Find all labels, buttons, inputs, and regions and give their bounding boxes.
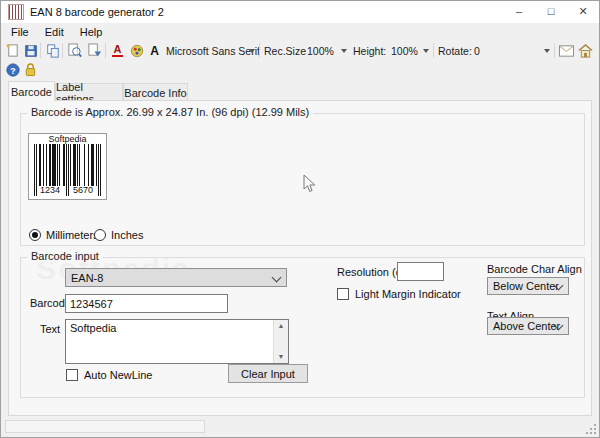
- minimize-button[interactable]: –: [503, 0, 535, 22]
- tab-barcode-info[interactable]: Barcode Info: [123, 83, 188, 101]
- svg-text:?: ?: [10, 65, 15, 75]
- toolbar-separator: [62, 43, 63, 58]
- light-margin-checkbox[interactable]: [337, 288, 349, 300]
- menu-file[interactable]: File: [3, 25, 37, 39]
- barcode-char-align-value: Below Center: [493, 280, 559, 292]
- home-icon[interactable]: [577, 42, 594, 59]
- resolution-input[interactable]: [397, 262, 444, 281]
- menu-bar: File Edit Help: [1, 23, 599, 40]
- rec-size-label: Rec.Size: [264, 45, 306, 57]
- text-align-value: Above Center: [493, 320, 560, 332]
- new-document-icon[interactable]: [4, 42, 21, 59]
- app-window: EAN 8 barcode generator 2 – □ ✕ File Edi…: [0, 0, 600, 438]
- millimeters-radio[interactable]: [29, 229, 41, 241]
- inches-label: Inches: [111, 229, 143, 241]
- rec-size-value[interactable]: 100%: [307, 45, 334, 57]
- symbology-combo[interactable]: EAN-8: [65, 268, 287, 287]
- height-dropdown-arrow[interactable]: [423, 49, 429, 53]
- tab-label-settings[interactable]: Label settings: [55, 83, 123, 101]
- symbology-value: EAN-8: [71, 272, 103, 284]
- text-align-combo[interactable]: Above Center: [487, 317, 569, 335]
- rec-size-dropdown-arrow[interactable]: [341, 49, 347, 53]
- font-color-letter: A: [112, 44, 123, 57]
- menu-edit[interactable]: Edit: [37, 25, 72, 39]
- scroll-up-icon[interactable]: ▲: [274, 320, 288, 332]
- lock-icon[interactable]: [22, 61, 39, 78]
- rotate-dropdown-arrow[interactable]: [544, 49, 550, 53]
- height-value[interactable]: 100%: [391, 45, 418, 57]
- resize-grip[interactable]: [586, 424, 596, 434]
- height-label: Height:: [353, 45, 386, 57]
- toolbar-separator: [40, 43, 41, 58]
- toolbar-secondary: ?: [1, 61, 599, 79]
- app-icon: [8, 4, 24, 20]
- toolbar-main: A A Microsoft Sans Serif Rec.Size 100% H…: [1, 40, 599, 61]
- tab-barcode[interactable]: Barcode: [8, 81, 55, 101]
- scroll-down-icon[interactable]: ▼: [274, 351, 288, 363]
- print-icon[interactable]: [86, 42, 103, 59]
- barcode-input-group-title: Barcode input: [27, 250, 103, 262]
- barcode-char-align-combo[interactable]: Below Center: [487, 277, 569, 295]
- barcode-preview-title: Softpedia: [29, 134, 106, 144]
- inches-radio[interactable]: [94, 229, 106, 241]
- toolbar-separator: [105, 43, 106, 58]
- close-button[interactable]: ✕: [567, 0, 599, 22]
- text-input-value: Softpedia: [70, 322, 270, 334]
- font-name-combo[interactable]: Microsoft Sans Serif: [166, 45, 260, 57]
- barcode-digits-right: 5670: [69, 185, 97, 196]
- auto-newline-checkbox[interactable]: [66, 369, 78, 381]
- status-bar: [1, 417, 599, 437]
- email-icon[interactable]: [558, 42, 575, 59]
- print-preview-icon[interactable]: [66, 42, 83, 59]
- text-input[interactable]: Softpedia ▲ ▼: [65, 319, 289, 364]
- text-input-scrollbar[interactable]: ▲ ▼: [273, 320, 288, 363]
- light-margin-label: Light Margin Indicator: [355, 288, 461, 300]
- clear-input-button[interactable]: Clear Input: [228, 364, 308, 383]
- menu-help[interactable]: Help: [72, 25, 111, 39]
- barcode-preview: Softpedia 1234 5670: [28, 133, 107, 200]
- millimeters-label: Millimeters: [46, 229, 99, 241]
- maximize-button[interactable]: □: [535, 0, 567, 22]
- font-name-dropdown-arrow[interactable]: [249, 49, 255, 53]
- barcode-input[interactable]: [65, 294, 228, 313]
- auto-newline-label: Auto NewLine: [84, 369, 153, 381]
- barcode-digits-left: 1234: [36, 185, 64, 196]
- status-panel: [5, 420, 205, 433]
- toolbar-separator: [554, 43, 555, 58]
- toolbar-separator: [259, 43, 260, 58]
- window-title: EAN 8 barcode generator 2: [30, 6, 164, 18]
- rotate-label: Rotate:: [438, 45, 472, 57]
- rotate-value[interactable]: 0: [474, 45, 480, 57]
- save-icon[interactable]: [22, 42, 39, 59]
- help-icon[interactable]: ?: [4, 61, 21, 78]
- chevron-down-icon: [272, 273, 282, 283]
- color-palette-icon[interactable]: [128, 42, 145, 59]
- copy-icon[interactable]: [44, 42, 61, 59]
- text-field-label: Text: [40, 323, 60, 335]
- font-color-icon[interactable]: A: [109, 42, 126, 59]
- preview-group-title: Barcode is Approx. 26.99 x 24.87 In. (96…: [27, 106, 313, 118]
- toolbar-separator: [433, 43, 434, 58]
- barcode-char-align-label: Barcode Char Align: [487, 263, 582, 275]
- font-icon[interactable]: A: [146, 42, 163, 59]
